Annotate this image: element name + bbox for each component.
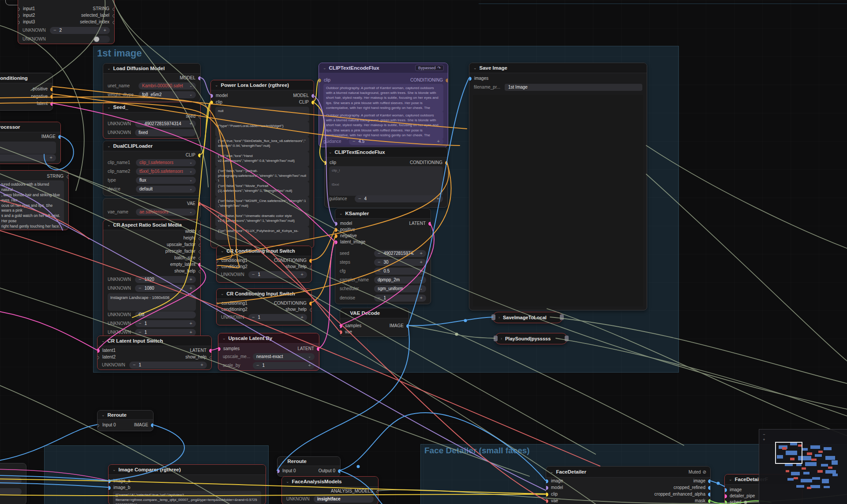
chevron-down-icon[interactable]: ⌄	[107, 144, 111, 148]
node-header[interactable]: ⌄ VAE Decode	[340, 308, 409, 318]
output-slot[interactable]	[428, 222, 431, 226]
output-slot[interactable]	[210, 356, 212, 359]
input-slot[interactable]	[216, 302, 218, 306]
output-slot[interactable]	[199, 237, 201, 240]
node-header[interactable]: ⌄ CLIPTextEncodeFlux	[325, 147, 447, 157]
combo-widget[interactable]: sgm_uniform⌄	[374, 285, 426, 292]
number-widget[interactable]: −0.5+	[374, 268, 426, 275]
node-header[interactable]: ⌄ Reroute	[97, 411, 153, 420]
node-header[interactable]: ⌄ DualCLIPLoader	[103, 141, 200, 151]
number-widget[interactable]: +	[0, 154, 56, 161]
input-slot[interactable]	[335, 234, 337, 238]
output-slot[interactable]	[112, 7, 115, 11]
lora-widget[interactable]: null	[215, 107, 309, 122]
number-widget[interactable]: −1080+	[135, 285, 196, 292]
node-header[interactable]: ⌄ FaceAnalysisModels	[282, 477, 378, 487]
number-widget[interactable]: − 2+	[50, 27, 110, 34]
combo-widget[interactable]: Off	[135, 311, 196, 318]
output-slot[interactable]	[311, 101, 314, 105]
node-cr-conditioning-switch-2[interactable]: ⌄ CR Conditioning Input Switch condition…	[216, 288, 312, 325]
node-header[interactable]: ⌄ CR Conditioning Input Switch	[217, 289, 311, 299]
lora-widget[interactable]: {"on":true,"lora":"Hand v2.safetensors",…	[215, 152, 309, 167]
input-slot[interactable]	[218, 347, 221, 351]
input-slot[interactable]	[324, 161, 327, 165]
node-cr-conditioning-switch-1[interactable]: ⌄ CR Conditioning Input Switch condition…	[216, 246, 312, 283]
output-slot[interactable]	[199, 230, 201, 234]
prompt-textarea[interactable]: Outdoor photography. A portrait of Kambr…	[323, 84, 443, 112]
output-slot[interactable]	[199, 270, 201, 273]
input-slot[interactable]	[335, 240, 337, 244]
node-topixconditioning[interactable]: ⌄ ToPixConditioning positive negative la…	[0, 73, 53, 111]
lora-widget[interactable]: {"on":false,"lora":"FLUX_Polyhedron_all_…	[215, 227, 309, 240]
chevron-down-icon[interactable]: ⌄	[473, 66, 477, 70]
input-slot[interactable]	[18, 21, 20, 24]
lora-widget[interactable]: {"on":false,"lora":"portrait-photography…	[215, 167, 309, 182]
expand-icon[interactable]: ›	[498, 315, 500, 320]
number-widget[interactable]: −490272815974395+	[374, 250, 426, 257]
output-slot[interactable]	[198, 153, 201, 157]
output-slot[interactable]	[446, 78, 448, 82]
node-header[interactable]: ⌄ Image Comparer (rgthree)	[109, 465, 266, 475]
node-vae-decode[interactable]: ⌄ VAE Decode samples IMAGE vae	[340, 308, 409, 337]
node-save-image[interactable]: ⌄ Save Image images filename_pr... 1st I…	[469, 63, 647, 310]
combo-widget[interactable]: insightface	[314, 496, 374, 503]
chevron-down-icon[interactable]: ⌄	[729, 477, 732, 482]
node-header[interactable]: ⌄ Power Lora Loader (rgthree)	[211, 80, 314, 90]
node-cliptextencodeflux-bypassed[interactable]: ⌄ CLIPTextEncodeFlux Bypassed↷ clip COND…	[319, 63, 448, 147]
output-slot[interactable]	[112, 14, 115, 18]
input-slot[interactable]	[335, 222, 337, 226]
chevron-down-icon[interactable]: ⌄	[221, 291, 224, 296]
lora-widget[interactable]: {"on":true,"lora":"SkinDetails_flux_lora…	[215, 137, 309, 152]
comparer-json-widget[interactable]: [{"name":"A","selected":true,"url":"/api…	[113, 491, 261, 504]
output-slot[interactable]	[406, 324, 409, 328]
combo-widget[interactable]: ae.safetensors⌄	[136, 209, 196, 216]
input-slot[interactable]	[724, 500, 727, 504]
input-slot[interactable]	[546, 493, 548, 497]
output-slot[interactable]	[560, 314, 564, 320]
lora-widget[interactable]: {"on":false,"lora":"Movie_Portrait (1).s…	[215, 182, 309, 197]
minimap-zoom-control[interactable]: − +	[761, 433, 767, 442]
combo-widget[interactable]: fp8_e5m2⌄	[139, 91, 196, 98]
combo-widget[interactable]: default⌄	[136, 186, 196, 193]
number-widget[interactable]: −1+	[253, 362, 315, 369]
number-widget[interactable]: −30+	[374, 259, 426, 266]
text-widget[interactable]	[0, 142, 56, 154]
input-slot[interactable]	[97, 356, 99, 359]
node-ksampler[interactable]: ⌄ KSampler model LATENT positive negativ…	[335, 208, 431, 304]
output-slot[interactable]	[209, 349, 212, 353]
chevron-down-icon[interactable]: ⌄	[281, 459, 285, 463]
prompt-textarea[interactable]: Outdoor photography. A portrait of Kambr…	[323, 111, 443, 139]
expand-icon[interactable]: ›	[501, 336, 502, 341]
chevron-down-icon[interactable]: ⌄	[286, 479, 289, 484]
node-upscale-latent-by[interactable]: ⌄ Upscale Latent By samples LATENT upsca…	[218, 333, 319, 371]
node-switch-string[interactable]: input1 STRING input2 selected_label inpu…	[18, 0, 115, 44]
output-slot[interactable]	[198, 202, 201, 206]
node-dualcliploader[interactable]: ⌄ DualCLIPLoader CLIP clip_name1 clip_l.…	[103, 141, 201, 196]
input-slot[interactable]	[491, 314, 495, 320]
output-slot[interactable]	[151, 423, 154, 427]
chevron-down-icon[interactable]: ⌄	[329, 150, 332, 154]
input-slot[interactable]	[210, 94, 213, 98]
number-widget[interactable]: −1+	[248, 314, 307, 321]
input-slot[interactable]	[340, 330, 342, 334]
node-cr-aspect-ratio[interactable]: ⌄ CR Aspect Ratio Social Media width hei…	[103, 220, 201, 340]
output-slot[interactable]	[198, 76, 201, 80]
number-widget[interactable]: −1+	[374, 295, 426, 302]
output-slot[interactable]	[112, 21, 115, 24]
output-slot[interactable]	[199, 243, 201, 247]
output-slot[interactable]	[708, 479, 711, 483]
input-slot[interactable]	[108, 486, 111, 490]
input-slot[interactable]	[724, 488, 727, 492]
prompt-textarea[interactable]: clip_l	[329, 166, 443, 182]
combo-widget[interactable]: flux⌄	[136, 177, 196, 184]
input-slot[interactable]	[494, 336, 498, 341]
output-slot[interactable]	[199, 115, 201, 119]
output-slot[interactable]	[309, 259, 312, 263]
output-slot[interactable]	[50, 95, 53, 99]
combo-widget[interactable]: clip_l.safetensors⌄	[136, 159, 196, 166]
lora-widget[interactable]: {"type":"PowerLoraLoaderHeaderWidget"}	[215, 122, 309, 137]
output-slot[interactable]	[311, 94, 314, 98]
node-header[interactable]: ⌄ CR Conditioning Input Switch	[217, 246, 311, 256]
node-reroute-1[interactable]: ⌄ Reroute Input 0 IMAGE	[97, 410, 154, 431]
node-header[interactable]: ⌄ FaceDetailer Muted⊘	[546, 467, 710, 478]
